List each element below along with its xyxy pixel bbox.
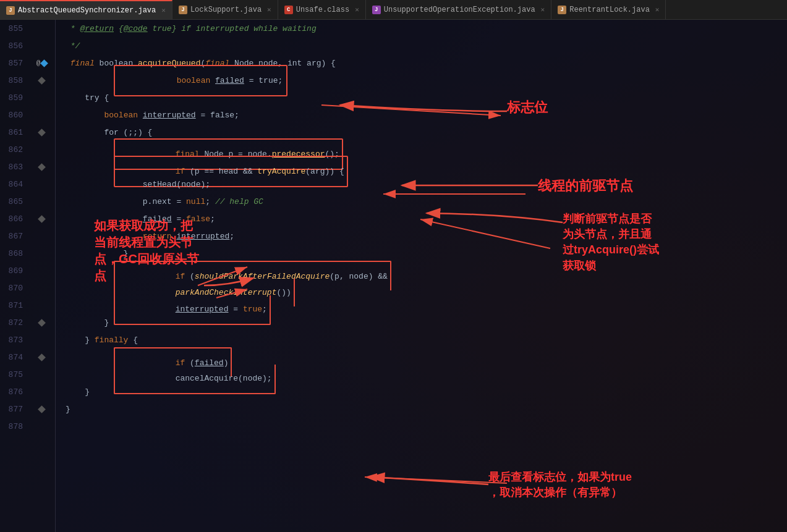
gutter-row-869: 869	[0, 262, 55, 279]
bookmark-marker-861	[38, 129, 46, 137]
line-num-866: 866	[0, 214, 28, 224]
gutter-row-855: 855	[0, 20, 55, 37]
tab-bar: J AbstractQueuedSynchronizer.java ✕ J Lo…	[0, 0, 787, 20]
code-line-871: interrupted = true;	[56, 297, 787, 314]
bookmark-marker-866	[38, 215, 46, 223]
line-num-871: 871	[0, 301, 28, 310]
tab-locksupport[interactable]: J LockSupport.java ✕	[172, 0, 278, 19]
gutter-row-861: 861	[0, 124, 55, 141]
code-line-863: if (p == head && tryAcquire(arg)) {	[56, 158, 787, 175]
line-num-873: 873	[0, 336, 28, 345]
gutter-row-871: 871	[0, 297, 55, 314]
gutter-row-876: 876	[0, 383, 55, 400]
code-content-856: */	[66, 41, 80, 51]
bookmark-marker-863	[38, 163, 46, 171]
line-num-859: 859	[0, 93, 28, 103]
gutter-row-868: 868	[0, 245, 55, 262]
code-content-872: }	[66, 318, 109, 327]
gutter-row-872: 872	[0, 314, 55, 331]
line-number-gutter: 855 856 857 @ 858	[0, 20, 56, 532]
tab-close-5[interactable]: ✕	[655, 6, 660, 14]
tab-close-3[interactable]: ✕	[355, 6, 359, 14]
tab-unsupported[interactable]: J UnsupportedOperationException.java ✕	[366, 0, 551, 19]
code-content-877: }	[66, 405, 70, 414]
tab-close-2[interactable]: ✕	[267, 6, 271, 14]
line-num-872: 872	[0, 318, 28, 327]
annotation-try-acquire: 判断前驱节点是否 为头节点，并且通 过tryAcquire()尝试 获取锁	[563, 211, 659, 274]
line-marker-872	[28, 320, 56, 326]
line-marker-858	[28, 78, 56, 83]
gutter-row-865: 865	[0, 193, 55, 210]
gutter-row-873: 873	[0, 331, 55, 348]
tab-close-4[interactable]: ✕	[541, 6, 545, 14]
gutter-row-858: 858	[0, 72, 55, 89]
code-line-859: try {	[56, 89, 787, 106]
code-editor[interactable]: * @return {@code true} if interrupted wh…	[56, 20, 787, 532]
line-num-870: 870	[0, 284, 28, 293]
line-num-877: 877	[0, 405, 28, 414]
bookmark-marker-872	[38, 319, 46, 327]
gutter-row-863: 863	[0, 158, 55, 175]
gutter-row-875: 875	[0, 366, 55, 383]
gutter-row-874: 874	[0, 348, 55, 366]
gutter-row-870: 870	[0, 279, 55, 297]
bookmark-marker-858	[38, 77, 46, 85]
code-content-864: setHead(node);	[66, 180, 210, 189]
code-content-860: boolean interrupted = false;	[66, 111, 239, 120]
code-line-855: * @return {@code true} if interrupted wh…	[56, 20, 787, 37]
tab-label-unsupported: UnsupportedOperationException.java	[384, 6, 535, 14]
tab-icon-class: C	[284, 6, 293, 14]
line-num-865: 865	[0, 197, 28, 206]
gutter-row-859: 859	[0, 89, 55, 106]
code-line-878	[56, 418, 787, 435]
tab-unsafe[interactable]: C Unsafe.class ✕	[278, 0, 366, 19]
gutter-row-866: 866	[0, 210, 55, 227]
annotation-success: 如果获取成功，把 当前线程置为头节 点，GC回收原头节 点	[94, 217, 199, 284]
annotation-finally: 最后查看标志位，如果为true ，取消本次操作（有异常）	[488, 470, 632, 500]
line-num-856: 856	[0, 41, 28, 51]
line-num-869: 869	[0, 266, 28, 276]
line-num-858: 858	[0, 76, 28, 85]
tab-label-unsafe: Unsafe.class	[296, 6, 349, 14]
code-line-856: */	[56, 37, 787, 54]
line-num-876: 876	[0, 387, 28, 397]
gutter-row-862: 862	[0, 141, 55, 158]
code-content-865: p.next = null; // help GC	[66, 197, 263, 206]
line-num-863: 863	[0, 163, 28, 172]
tab-icon-java3: J	[558, 6, 566, 14]
code-content-855: * @return {@code true} if interrupted wh…	[66, 24, 317, 33]
line-num-868: 868	[0, 249, 28, 258]
line-num-867: 867	[0, 232, 28, 241]
code-line-876: }	[56, 383, 787, 400]
tab-icon-exception: J	[372, 6, 381, 14]
gutter-row-856: 856	[0, 37, 55, 54]
line-num-857: 857	[0, 59, 28, 68]
line-num-875: 875	[0, 370, 28, 379]
gutter-row-860: 860	[0, 106, 55, 124]
annotation-flag: 标志位	[507, 99, 548, 117]
code-content-876: }	[66, 387, 90, 397]
annotation-predecessor: 线程的前驱节点	[538, 177, 633, 195]
line-num-860: 860	[0, 111, 28, 120]
line-marker-877	[28, 407, 56, 412]
tab-abstractqueuedsynchronizer[interactable]: J AbstractQueuedSynchronizer.java ✕	[0, 0, 172, 19]
line-num-878: 878	[0, 422, 28, 431]
tab-label-reentrant: ReentrantLock.java	[569, 6, 650, 14]
svg-line-6	[365, 477, 507, 483]
tab-label: AbstractQueuedSynchronizer.java	[18, 6, 156, 15]
tab-close[interactable]: ✕	[161, 6, 166, 14]
line-marker-857: @	[28, 59, 56, 67]
line-num-874: 874	[0, 353, 28, 362]
code-line-877: }	[56, 400, 787, 418]
bookmark-marker-874	[38, 353, 46, 361]
bookmark-marker	[40, 59, 48, 67]
tab-reentrantlock[interactable]: J ReentrantLock.java ✕	[551, 0, 666, 19]
gutter-row-877: 877	[0, 400, 55, 418]
tab-icon-java2: J	[179, 6, 187, 14]
line-marker-866	[28, 216, 56, 222]
line-marker-874	[28, 355, 56, 360]
code-line-864: setHead(node);	[56, 175, 787, 193]
gutter-row-867: 867	[0, 227, 55, 245]
tab-icon-java: J	[6, 6, 15, 15]
code-line-865: p.next = null; // help GC	[56, 193, 787, 210]
